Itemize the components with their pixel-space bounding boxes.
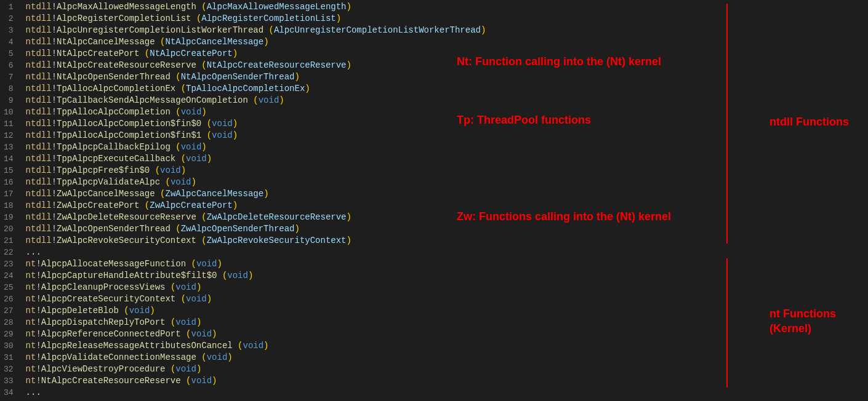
module-name: ntdll: [26, 142, 52, 152]
line-number: 3: [4, 25, 14, 36]
line-number: 21: [4, 235, 14, 247]
module-name: nt: [26, 329, 36, 339]
code-line[interactable]: ntdll!NtAlpcCreatePort (NtAlpcCreatePort…: [26, 48, 868, 60]
line-number: 2: [4, 13, 14, 25]
module-name: ntdll: [26, 107, 52, 117]
function-name: TppAlpcpCallbackEpilog: [57, 142, 171, 152]
module-name: ntdll: [26, 177, 52, 187]
code-line[interactable]: ntdll!TpAllocAlpcCompletionEx (TpAllocAl…: [26, 83, 868, 95]
code-line[interactable]: ntdll!AlpcRegisterCompletionList (AlpcRe…: [26, 13, 868, 25]
function-name: TppAlpcpFree$fin$0: [57, 165, 150, 175]
line-number: 32: [4, 363, 14, 375]
code-line[interactable]: ntdll!TppAllocAlpcCompletion$fin$0 (void…: [26, 118, 868, 130]
module-name: ntdll: [26, 119, 52, 129]
code-line[interactable]: nt!AlpcpValidateConnectionMessage (void): [26, 352, 868, 363]
function-name: TppAlpcpExecuteCallback: [57, 154, 175, 164]
code-line[interactable]: ntdll!ZwAlpcCreatePort (ZwAlpcCreatePort…: [26, 200, 868, 212]
code-line[interactable]: ...: [26, 387, 868, 399]
line-number: 17: [4, 188, 14, 200]
function-arg: ZwAlpcDeleteResourceReserve: [207, 212, 347, 222]
function-arg: NtAlpcCreatePort: [150, 49, 232, 58]
line-number: 10: [4, 106, 14, 118]
code-line[interactable]: ntdll!ZwAlpcOpenSenderThread (ZwAlpcOpen…: [26, 223, 868, 235]
line-number: 31: [4, 352, 14, 363]
line-number: 28: [4, 317, 14, 328]
function-arg: AlpcRegisterCompletionList: [201, 14, 336, 23]
function-name: TppAllocAlpcCompletion$fin$1: [57, 130, 201, 140]
module-name: ntdll: [26, 49, 52, 58]
line-number: 20: [4, 223, 14, 235]
module-name: ntdll: [26, 84, 52, 93]
code-line[interactable]: ntdll!ZwAlpcRevokeSecurityContext (ZwAlp…: [26, 235, 868, 247]
line-number: 24: [4, 270, 14, 282]
code-line[interactable]: ntdll!TppAlpcpExecuteCallback (void): [26, 153, 868, 165]
function-arg: TpAllocAlpcCompletionEx: [186, 84, 305, 93]
line-number: 15: [4, 165, 14, 177]
code-line[interactable]: nt!AlpcpCaptureHandleAttribute$filt$0 (v…: [26, 270, 868, 282]
code-line[interactable]: ntdll!TppAlpcpCallbackEpilog (void): [26, 141, 868, 153]
module-name: nt: [26, 352, 36, 362]
function-arg: void: [175, 317, 196, 327]
function-name: NtAlpcCancelMessage: [57, 37, 155, 47]
function-name: TpAllocAlpcCompletionEx: [57, 84, 175, 93]
module-name: ntdll: [26, 72, 52, 82]
code-line[interactable]: ntdll!NtAlpcCancelMessage (NtAlpcCancelM…: [26, 36, 868, 48]
code-line[interactable]: nt!AlpcpDeleteBlob (void): [26, 305, 868, 317]
function-name: TppAllocAlpcCompletion: [57, 107, 171, 117]
function-name: AlpcMaxAllowedMessageLength: [57, 2, 196, 12]
code-line[interactable]: nt!AlpcViewDestroyProcedure (void): [26, 363, 868, 375]
code-line[interactable]: ntdll!TpCallbackSendAlpcMessageOnComplet…: [26, 95, 868, 106]
module-name: ntdll: [26, 2, 52, 12]
line-number: 16: [4, 177, 14, 188]
module-name: ntdll: [26, 14, 52, 23]
code-line[interactable]: ntdll!NtAlpcOpenSenderThread (NtAlpcOpen…: [26, 71, 868, 83]
code-line[interactable]: ntdll!ZwAlpcDeleteResourceReserve (ZwAlp…: [26, 212, 868, 223]
function-name: AlpcpReferenceConnectedPort: [41, 329, 181, 339]
function-arg: void: [196, 259, 217, 269]
module-name: ntdll: [26, 130, 52, 140]
line-number: 27: [4, 305, 14, 317]
line-number: 9: [4, 95, 14, 106]
line-number: 11: [4, 118, 14, 130]
code-line[interactable]: ntdll!NtAlpcCreateResourceReserve (NtAlp…: [26, 60, 868, 71]
function-name: NtAlpcCreateResourceReserve: [41, 376, 181, 386]
function-arg: void: [160, 165, 181, 175]
code-content[interactable]: ntdll!AlpcMaxAllowedMessageLength (AlpcM…: [21, 0, 868, 400]
function-name: ZwAlpcCancelMessage: [57, 189, 155, 199]
line-number: 14: [4, 153, 14, 165]
line-number: 12: [4, 130, 14, 141]
code-line[interactable]: ntdll!TppAlpcpValidateAlpc (void): [26, 177, 868, 188]
code-line[interactable]: ...: [26, 247, 868, 258]
code-line[interactable]: ntdll!TppAllocAlpcCompletion (void): [26, 106, 868, 118]
function-arg: void: [243, 341, 264, 351]
function-name: AlpcpReleaseMessageAttributesOnCancel: [41, 341, 233, 351]
module-name: ntdll: [26, 236, 52, 245]
code-line[interactable]: ntdll!ZwAlpcCancelMessage (ZwAlpcCancelM…: [26, 188, 868, 200]
line-number: 23: [4, 258, 14, 270]
function-name: AlpcRegisterCompletionList: [57, 14, 191, 23]
code-line[interactable]: nt!AlpcpAllocateMessageFunction (void): [26, 258, 868, 270]
code-line[interactable]: nt!AlpcpCleanupProcessViews (void): [26, 282, 868, 293]
code-line[interactable]: ntdll!AlpcMaxAllowedMessageLength (AlpcM…: [26, 1, 868, 13]
function-arg: void: [175, 282, 196, 292]
code-line[interactable]: nt!AlpcpReleaseMessageAttributesOnCancel…: [26, 340, 868, 352]
module-name: nt: [26, 271, 36, 280]
function-name: AlpcpCaptureHandleAttribute$filt$0: [41, 271, 217, 280]
code-line[interactable]: ntdll!AlpcUnregisterCompletionListWorker…: [26, 25, 868, 36]
function-name: AlpcpCleanupProcessViews: [41, 282, 166, 292]
module-name: ntdll: [26, 95, 52, 105]
code-line[interactable]: nt!AlpcpDispatchReplyToPort (void): [26, 317, 868, 328]
function-arg: ZwAlpcRevokeSecurityContext: [207, 236, 347, 245]
code-line[interactable]: nt!AlpcpReferenceConnectedPort (void): [26, 328, 868, 340]
code-line[interactable]: nt!AlpcpCreateSecurityContext (void): [26, 293, 868, 305]
module-name: nt: [26, 341, 36, 351]
line-number: 1: [4, 1, 14, 13]
code-line[interactable]: ntdll!TppAllocAlpcCompletion$fin$1 (void…: [26, 130, 868, 141]
function-name: AlpcUnregisterCompletionListWorkerThread: [57, 25, 263, 35]
function-arg: void: [129, 306, 150, 316]
function-arg: void: [227, 271, 248, 280]
line-number: 33: [4, 375, 14, 387]
code-line[interactable]: ntdll!TppAlpcpFree$fin$0 (void): [26, 165, 868, 177]
code-line[interactable]: nt!NtAlpcCreateResourceReserve (void): [26, 375, 868, 387]
function-arg: void: [171, 177, 191, 187]
